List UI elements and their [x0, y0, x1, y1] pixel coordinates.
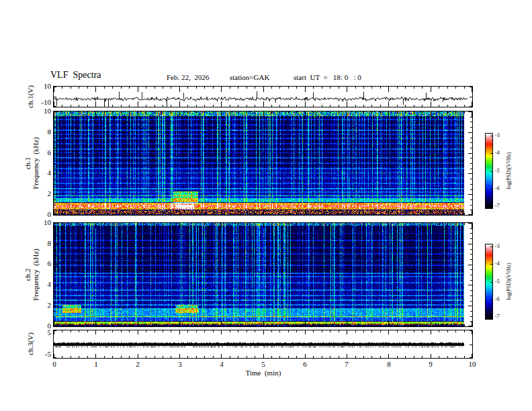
- cb2-tick-2: -5: [495, 279, 500, 285]
- cb1-tick-4: -7: [495, 203, 500, 209]
- colorbar2: [485, 244, 493, 320]
- ch3-waveform-panel: [53, 330, 473, 359]
- spec1-ytick-0: 0: [28, 211, 51, 218]
- cb2-tick-4: -7: [495, 314, 500, 320]
- colorbar1-label: log(PSD)(V²/Hz): [506, 152, 512, 189]
- xtick-10: 10: [469, 360, 476, 368]
- spec2-ytick-10: 10: [28, 219, 51, 226]
- ch2-spectrogram-panel: [53, 222, 473, 327]
- xtick-4: 4: [220, 360, 224, 368]
- ch1-spec-axis-title-line2: Frequency (kHz): [32, 137, 40, 189]
- cb1-tick-3: -6: [495, 186, 500, 191]
- ch2-spectrogram-canvas: [54, 223, 472, 326]
- cb1-tick-2: -5: [495, 169, 500, 174]
- colorbar2-canvas: [486, 244, 492, 319]
- xtick-7: 7: [345, 360, 349, 368]
- cb1-tick-1: -4: [495, 150, 500, 156]
- colorbar1: [485, 133, 493, 209]
- vlf-spectra-figure: VLF Spectra Feb. 22, 2026 station=GAK st…: [0, 0, 532, 411]
- spec1-ytick-2: 2: [28, 190, 51, 197]
- time-axis-title: Time (min): [246, 369, 281, 377]
- ch1-waveform-canvas: [54, 87, 472, 107]
- plot-start-ut: start UT = 18: 0 : 0: [294, 73, 361, 81]
- cb2-tick-1: -4: [495, 261, 500, 267]
- xtick-3: 3: [178, 360, 182, 368]
- cb1-tick-0: -3: [495, 133, 500, 138]
- spec2-ytick-2: 2: [28, 302, 51, 309]
- ch3-axis-title: ch.3(V): [26, 332, 34, 355]
- xtick-6: 6: [303, 360, 307, 368]
- ch1-spectrogram-panel: [53, 111, 473, 216]
- xtick-5: 5: [261, 360, 265, 368]
- spec1-ytick-10: 10: [28, 107, 51, 115]
- ch1-wave-axis-title: ch.1(V): [26, 85, 34, 108]
- xtick-9: 9: [429, 360, 433, 368]
- ch1-spectrogram-canvas: [54, 111, 472, 215]
- ch1-spec-axis-title-line1: ch.1: [24, 157, 32, 170]
- plot-station: station=GAK: [230, 73, 269, 81]
- ch1-waveform-panel: [53, 86, 473, 107]
- xtick-8: 8: [387, 360, 391, 368]
- spec2-ytick-8: 8: [28, 240, 51, 247]
- xtick-2: 2: [136, 360, 140, 368]
- cb2-tick-0: -3: [495, 244, 500, 249]
- colorbar1-canvas: [486, 134, 492, 208]
- cb2-tick-3: -6: [495, 297, 500, 302]
- ch2-spec-axis-title-line2: Frequency (kHz): [32, 248, 40, 301]
- ch1-spec-axis-title: ch.1 Frequency (kHz): [24, 137, 40, 189]
- ch3-waveform-canvas: [54, 330, 472, 358]
- xtick-0: 0: [52, 360, 56, 368]
- plot-title: VLF Spectra: [50, 70, 101, 80]
- ch2-spec-axis-title-line1: ch.2: [24, 269, 32, 281]
- ch2-spec-axis-title: ch.2 Frequency (kHz): [24, 248, 40, 301]
- xtick-1: 1: [94, 360, 98, 368]
- plot-date: Feb. 22, 2026: [167, 73, 209, 81]
- colorbar2-label: log(PSD)(V²/Hz): [506, 263, 512, 300]
- spec1-ytick-8: 8: [28, 128, 51, 136]
